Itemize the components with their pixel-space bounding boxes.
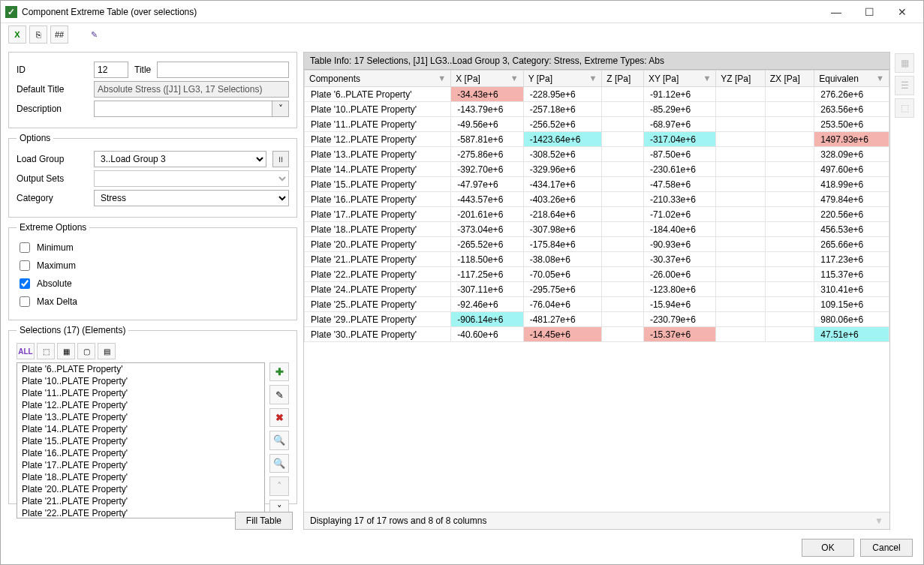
table-cell[interactable] xyxy=(765,297,814,312)
table-cell[interactable] xyxy=(765,282,814,297)
table-cell[interactable] xyxy=(716,252,765,267)
ok-button[interactable]: OK xyxy=(802,539,854,557)
absolute-checkbox[interactable] xyxy=(20,278,30,289)
table-cell[interactable]: -70.05e+6 xyxy=(523,267,602,282)
table-cell[interactable]: 115.37e+6 xyxy=(814,267,889,282)
table-cell[interactable]: -403.26e+6 xyxy=(523,192,602,207)
table-cell[interactable] xyxy=(765,267,814,282)
table-cell[interactable]: Plate '16..PLATE Property' xyxy=(305,192,451,207)
table-row[interactable]: Plate '16..PLATE Property'-443.57e+6-403… xyxy=(305,192,889,207)
copy-button[interactable]: ⎘ xyxy=(29,26,47,44)
table-cell[interactable] xyxy=(602,252,644,267)
right-tool-2[interactable]: ☰ xyxy=(895,76,914,95)
table-row[interactable]: Plate '17..PLATE Property'-201.61e+6-218… xyxy=(305,207,889,222)
load-group-select[interactable]: 3..Load Group 3 xyxy=(94,151,266,167)
fill-table-button[interactable]: Fill Table xyxy=(235,512,293,530)
table-cell[interactable] xyxy=(716,132,765,147)
table-cell[interactable]: -175.84e+6 xyxy=(523,237,602,252)
table-cell[interactable] xyxy=(716,87,765,102)
description-dropdown-button[interactable]: ˅ xyxy=(272,101,289,117)
table-cell[interactable]: -30.37e+6 xyxy=(643,252,715,267)
table-cell[interactable] xyxy=(716,117,765,132)
table-cell[interactable]: -71.02e+6 xyxy=(643,207,715,222)
table-cell[interactable]: -265.52e+6 xyxy=(451,237,523,252)
table-cell[interactable]: 220.56e+6 xyxy=(814,207,889,222)
list-item[interactable]: Plate '17..PLATE Property' xyxy=(17,459,264,471)
table-cell[interactable]: Plate '20..PLATE Property' xyxy=(305,237,451,252)
table-cell[interactable]: Plate '22..PLATE Property' xyxy=(305,267,451,282)
table-cell[interactable]: 117.23e+6 xyxy=(814,252,889,267)
table-cell[interactable]: -275.86e+6 xyxy=(451,147,523,162)
table-cell[interactable]: Plate '21..PLATE Property' xyxy=(305,252,451,267)
table-cell[interactable]: -49.56e+6 xyxy=(451,117,523,132)
table-cell[interactable]: Plate '30..PLATE Property' xyxy=(305,327,451,342)
table-cell[interactable] xyxy=(765,327,814,342)
table-row[interactable]: Plate '6..PLATE Property'-34.43e+6-228.9… xyxy=(305,87,889,102)
table-cell[interactable]: 980.06e+6 xyxy=(814,312,889,327)
table-row[interactable]: Plate '18..PLATE Property'-373.04e+6-307… xyxy=(305,222,889,237)
table-cell[interactable]: Plate '17..PLATE Property' xyxy=(305,207,451,222)
table-cell[interactable]: -329.96e+6 xyxy=(523,162,602,177)
table-cell[interactable] xyxy=(765,237,814,252)
table-cell[interactable]: 310.41e+6 xyxy=(814,282,889,297)
table-cell[interactable]: -68.97e+6 xyxy=(643,117,715,132)
table-cell[interactable]: -201.61e+6 xyxy=(451,207,523,222)
filter-icon[interactable]: ▼ xyxy=(438,74,446,83)
table-cell[interactable]: -15.94e+6 xyxy=(643,297,715,312)
table-cell[interactable] xyxy=(765,117,814,132)
table-cell[interactable]: -91.12e+6 xyxy=(643,87,715,102)
table-cell[interactable] xyxy=(602,312,644,327)
table-cell[interactable] xyxy=(765,252,814,267)
table-cell[interactable] xyxy=(602,237,644,252)
table-cell[interactable]: Plate '24..PLATE Property' xyxy=(305,282,451,297)
select-grid-button[interactable]: ▦ xyxy=(57,343,75,359)
table-cell[interactable] xyxy=(602,327,644,342)
load-group-pick-button[interactable]: ⁞⁞ xyxy=(272,151,289,167)
table-cell[interactable]: -184.40e+6 xyxy=(643,222,715,237)
cancel-button[interactable]: Cancel xyxy=(860,539,913,557)
table-cell[interactable]: -373.04e+6 xyxy=(451,222,523,237)
table-cell[interactable]: -218.64e+6 xyxy=(523,207,602,222)
table-cell[interactable] xyxy=(716,162,765,177)
title-input[interactable] xyxy=(157,62,289,78)
column-header[interactable]: Equivalen▼ xyxy=(814,71,889,87)
table-cell[interactable]: -117.25e+6 xyxy=(451,267,523,282)
table-cell[interactable]: 265.66e+6 xyxy=(814,237,889,252)
edit-selection-button[interactable]: ✎ xyxy=(269,385,289,404)
select-all-button[interactable]: ALL xyxy=(17,343,35,359)
right-tool-3[interactable]: ⬚ xyxy=(895,98,914,118)
column-header[interactable]: YZ [Pa] xyxy=(716,71,765,87)
table-cell[interactable] xyxy=(765,102,814,117)
table-cell[interactable]: -34.43e+6 xyxy=(451,87,523,102)
minimize-button[interactable]: — xyxy=(820,2,853,23)
list-item[interactable]: Plate '21..PLATE Property' xyxy=(17,495,264,507)
table-cell[interactable]: -210.33e+6 xyxy=(643,192,715,207)
select-single-button[interactable]: ▢ xyxy=(77,343,95,359)
move-up-button[interactable]: ˄ xyxy=(269,476,289,495)
table-cell[interactable] xyxy=(602,282,644,297)
table-cell[interactable] xyxy=(602,162,644,177)
table-cell[interactable] xyxy=(716,282,765,297)
table-cell[interactable]: -307.11e+6 xyxy=(451,282,523,297)
table-cell[interactable]: -228.95e+6 xyxy=(523,87,602,102)
table-cell[interactable]: Plate '25..PLATE Property' xyxy=(305,297,451,312)
table-cell[interactable]: -40.60e+6 xyxy=(451,327,523,342)
table-row[interactable]: Plate '21..PLATE Property'-118.50e+6-38.… xyxy=(305,252,889,267)
list-item[interactable]: Plate '20..PLATE Property' xyxy=(17,483,264,495)
table-cell[interactable]: -307.98e+6 xyxy=(523,222,602,237)
minimum-checkbox[interactable] xyxy=(20,242,30,253)
filter-icon[interactable]: ▼ xyxy=(588,74,597,83)
table-row[interactable]: Plate '13..PLATE Property'-275.86e+6-308… xyxy=(305,147,889,162)
table-cell[interactable]: 418.99e+6 xyxy=(814,177,889,192)
table-cell[interactable]: -118.50e+6 xyxy=(451,252,523,267)
table-cell[interactable]: -87.50e+6 xyxy=(643,147,715,162)
id-input[interactable] xyxy=(94,62,128,78)
table-cell[interactable]: Plate '10..PLATE Property' xyxy=(305,102,451,117)
table-cell[interactable] xyxy=(765,192,814,207)
table-cell[interactable] xyxy=(602,192,644,207)
table-row[interactable]: Plate '20..PLATE Property'-265.52e+6-175… xyxy=(305,237,889,252)
filter-icon[interactable]: ▼ xyxy=(703,74,711,83)
table-cell[interactable]: -92.46e+6 xyxy=(451,297,523,312)
table-cell[interactable]: -47.58e+6 xyxy=(643,177,715,192)
list-item[interactable]: Plate '10..PLATE Property' xyxy=(17,375,264,387)
